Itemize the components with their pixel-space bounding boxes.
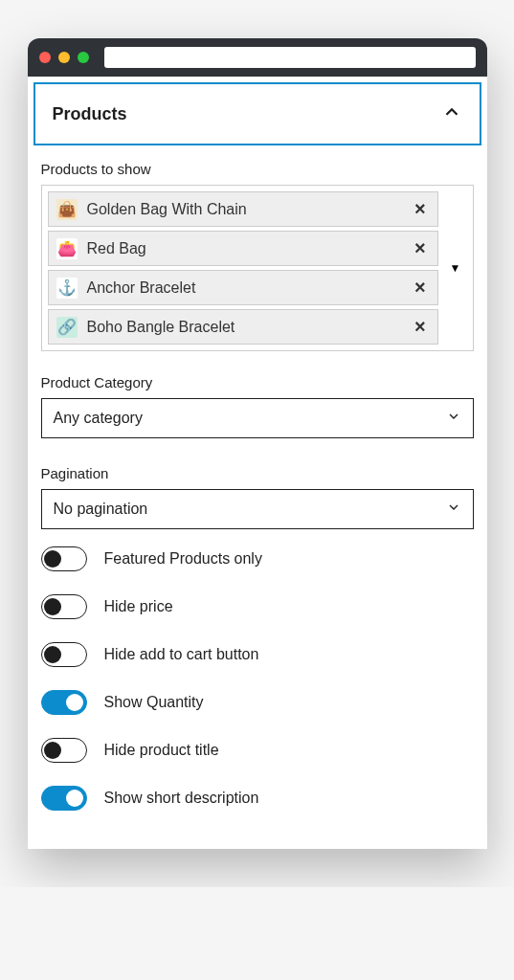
product-chip: 👛Red Bag×	[48, 231, 438, 266]
panel-title: Products	[53, 104, 127, 124]
pagination-value: No pagination	[54, 501, 148, 518]
toggles-section: Featured Products onlyHide priceHide add…	[28, 529, 487, 849]
product-name: Boho Bangle Bracelet	[87, 319, 401, 336]
toggle-row-hide-price: Hide price	[41, 594, 474, 619]
toggle-row-hide-title: Hide product title	[41, 738, 474, 763]
pagination-label: Pagination	[41, 465, 474, 481]
products-multiselect[interactable]: 👜Golden Bag With Chain×👛Red Bag×⚓Anchor …	[41, 185, 474, 351]
toggle-hide-price[interactable]	[41, 594, 87, 619]
category-label: Product Category	[41, 374, 474, 390]
product-name: Anchor Bracelet	[87, 279, 401, 297]
category-select[interactable]: Any category	[41, 398, 474, 438]
product-chip: ⚓Anchor Bracelet×	[48, 270, 438, 305]
toggle-hide-title[interactable]	[41, 738, 87, 763]
toggle-label: Hide product title	[104, 742, 219, 759]
toggle-row-hide-add-to-cart: Hide add to cart button	[41, 642, 474, 667]
toggle-label: Show Quantity	[104, 694, 204, 711]
toggle-label: Show short description	[104, 790, 259, 807]
product-thumb-icon: 🔗	[56, 317, 78, 338]
toggle-featured[interactable]	[41, 546, 87, 571]
product-thumb-icon: 👛	[56, 238, 78, 259]
toggle-row-show-quantity: Show Quantity	[41, 690, 474, 715]
products-to-show-section: Products to show 👜Golden Bag With Chain×…	[28, 151, 487, 351]
titlebar	[28, 38, 487, 77]
category-value: Any category	[54, 410, 143, 427]
product-name: Red Bag	[87, 240, 401, 257]
toggle-show-quantity[interactable]	[41, 690, 87, 715]
toggle-row-featured: Featured Products only	[41, 546, 474, 571]
panel-content: Products Products to show 👜Golden Bag Wi…	[28, 82, 487, 849]
window-maximize-icon[interactable]	[78, 52, 89, 63]
products-to-show-label: Products to show	[41, 161, 474, 177]
app-window: Products Products to show 👜Golden Bag Wi…	[28, 38, 487, 849]
toggle-label: Featured Products only	[104, 550, 262, 568]
chevron-up-icon	[441, 101, 462, 126]
remove-icon[interactable]: ×	[411, 198, 430, 220]
remove-icon[interactable]: ×	[411, 237, 430, 259]
chevron-down-icon	[446, 409, 461, 428]
pagination-section: Pagination No pagination	[28, 456, 487, 529]
product-chip: 👜Golden Bag With Chain×	[48, 191, 438, 227]
url-bar[interactable]	[104, 47, 476, 68]
product-chip: 🔗Boho Bangle Bracelet×	[48, 309, 438, 345]
products-list: 👜Golden Bag With Chain×👛Red Bag×⚓Anchor …	[48, 191, 438, 345]
panel-header[interactable]: Products	[34, 82, 481, 145]
category-section: Product Category Any category	[28, 365, 487, 438]
pagination-select[interactable]: No pagination	[41, 489, 474, 529]
toggle-row-show-short-desc: Show short description	[41, 786, 474, 811]
toggle-label: Hide price	[104, 598, 173, 615]
toggle-label: Hide add to cart button	[104, 646, 259, 663]
dropdown-arrow-icon[interactable]: ▼	[444, 261, 467, 275]
traffic-lights	[39, 52, 89, 63]
product-thumb-icon: 👜	[56, 199, 78, 220]
chevron-down-icon	[446, 500, 461, 519]
toggle-show-short-desc[interactable]	[41, 786, 87, 811]
remove-icon[interactable]: ×	[411, 316, 430, 338]
window-close-icon[interactable]	[39, 52, 51, 63]
window-minimize-icon[interactable]	[58, 52, 70, 63]
remove-icon[interactable]: ×	[411, 277, 430, 299]
toggle-hide-add-to-cart[interactable]	[41, 642, 87, 667]
product-thumb-icon: ⚓	[56, 278, 78, 299]
product-name: Golden Bag With Chain	[87, 201, 401, 218]
